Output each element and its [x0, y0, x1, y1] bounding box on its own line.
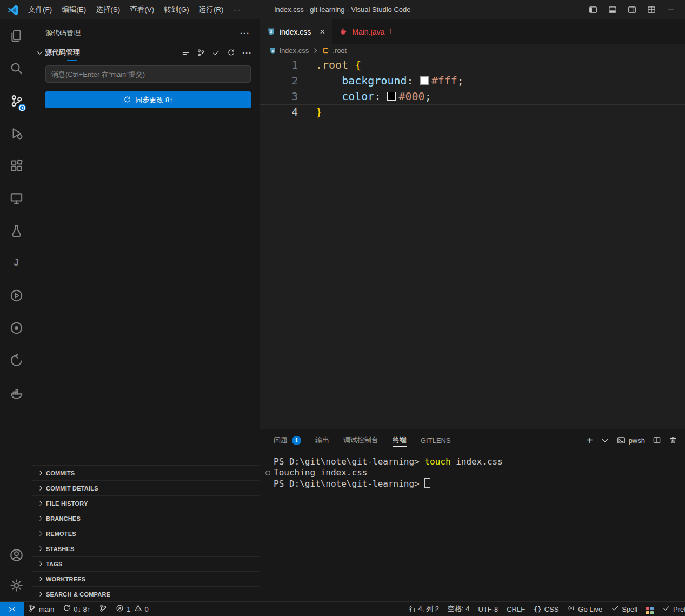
- code-editor[interactable]: 1.root {2 background: #fff;3 color: #000…: [260, 57, 685, 429]
- menu-item-6[interactable]: ···: [229, 3, 246, 17]
- panel-tab-调试控制台[interactable]: 调试控制台: [343, 429, 378, 451]
- menu-item-0[interactable]: 文件(F): [23, 3, 57, 17]
- line-number: 3: [260, 89, 298, 104]
- status-scm-graph[interactable]: [95, 602, 111, 616]
- status-problems[interactable]: 1: [111, 602, 132, 616]
- workbench: J 源代码管理 ··· 源代码管理 ···: [0, 19, 685, 601]
- status-warnings[interactable]: 0: [132, 602, 153, 616]
- section-worktrees[interactable]: WORKTREES: [32, 571, 260, 586]
- chevron-right-icon: [37, 545, 44, 552]
- section-label: WORKTREES: [46, 576, 85, 582]
- gitlens-icon[interactable]: [0, 344, 32, 376]
- search-icon[interactable]: [0, 52, 32, 84]
- customize-layout-icon[interactable]: [644, 3, 659, 17]
- chevron-right-icon: [37, 500, 44, 507]
- sync-changes-button[interactable]: 同步更改 8↑: [45, 91, 251, 108]
- section-label: COMMIT DETAILS: [46, 485, 98, 492]
- section-branches[interactable]: BRANCHES: [32, 511, 260, 526]
- code-line: 3 color: #000;: [260, 89, 685, 104]
- status-indentation[interactable]: 空格: 4: [443, 602, 474, 616]
- graph-icon[interactable]: [197, 49, 205, 57]
- status-branch[interactable]: main: [24, 602, 58, 616]
- status-spell[interactable]: Spell: [607, 602, 642, 616]
- views-more-icon[interactable]: ···: [240, 29, 250, 37]
- minimize-icon[interactable]: [663, 3, 679, 17]
- java-icon[interactable]: J: [0, 247, 32, 279]
- panel-tab-终端[interactable]: 终端: [393, 429, 407, 451]
- statusbar-left: main0↓ 8↑10: [24, 602, 153, 616]
- status-go-live[interactable]: Go Live: [563, 602, 607, 616]
- commit-icon[interactable]: [212, 49, 220, 57]
- testing-icon[interactable]: [0, 214, 32, 247]
- target-icon[interactable]: [0, 312, 32, 344]
- status-encoding[interactable]: UTF-8: [474, 602, 502, 616]
- warning-icon: [134, 604, 142, 614]
- status-cursor-position[interactable]: 行 4, 列 2: [405, 602, 443, 616]
- sync-button-label: 同步更改 8↑: [135, 95, 172, 105]
- problem-count-badge: 1: [389, 28, 393, 36]
- settings-icon[interactable]: [0, 570, 32, 600]
- extensions-icon[interactable]: [0, 149, 32, 182]
- terminal-icon: [617, 436, 626, 445]
- status-extension-colored[interactable]: [642, 602, 658, 616]
- split-terminal-icon[interactable]: [653, 436, 661, 445]
- terminal-dropdown-icon[interactable]: [601, 436, 609, 445]
- section-tags[interactable]: TAGS: [32, 556, 260, 571]
- scm-progress-bar: [67, 60, 77, 61]
- explorer-icon[interactable]: [0, 19, 32, 52]
- refresh-icon[interactable]: [227, 49, 235, 57]
- section-search-compare[interactable]: SEARCH & COMPARE: [32, 586, 260, 601]
- color-swatch[interactable]: [387, 92, 396, 101]
- kill-terminal-icon[interactable]: [669, 436, 677, 445]
- breadcrumb-symbol[interactable]: .root: [332, 47, 347, 55]
- scm-tree-area: [32, 108, 260, 465]
- account-icon[interactable]: [0, 540, 32, 570]
- terminal[interactable]: PS D:\git\note\git-learning> touch index…: [260, 451, 685, 601]
- scm-section-header[interactable]: 源代码管理 ···: [32, 44, 260, 61]
- panel-tab-GITLENS[interactable]: GITLENS: [421, 429, 451, 451]
- terminal-line: PS D:\git\note\git-learning> touch index…: [274, 456, 685, 467]
- section-stashes[interactable]: STASHES: [32, 541, 260, 556]
- run-debug-icon[interactable]: [0, 117, 32, 149]
- source-control-icon[interactable]: [0, 84, 32, 117]
- menu-item-4[interactable]: 转到(G): [159, 3, 194, 17]
- menu-item-2[interactable]: 选择(S): [91, 3, 125, 17]
- terminal-cursor: [424, 478, 430, 488]
- breadcrumb-file[interactable]: index.css: [280, 47, 309, 55]
- remote-explorer-icon[interactable]: [0, 182, 32, 214]
- status-sync-status[interactable]: 0↓ 8↑: [58, 602, 95, 616]
- status-language-mode[interactable]: {}CSS: [529, 602, 563, 616]
- status-prettier[interactable]: Prettier: [658, 602, 685, 616]
- line-number: 4: [260, 104, 298, 120]
- close-icon[interactable]: ×: [320, 27, 325, 36]
- play-circle-icon[interactable]: [0, 279, 32, 312]
- section-remotes[interactable]: REMOTES: [32, 526, 260, 541]
- docker-icon[interactable]: [0, 376, 32, 409]
- new-terminal-icon[interactable]: +: [587, 435, 593, 446]
- shell-selector[interactable]: pwsh: [617, 436, 645, 445]
- menu-item-3[interactable]: 查看(V): [125, 3, 159, 17]
- remote-indicator[interactable]: [0, 602, 24, 616]
- panel-tab-问题[interactable]: 问题1: [274, 429, 301, 451]
- status-eol[interactable]: CRLF: [502, 602, 529, 616]
- more-actions-icon[interactable]: ···: [242, 49, 252, 57]
- panel-tab-输出[interactable]: 输出: [315, 429, 329, 451]
- tab-Main.java[interactable]: Main.java1: [332, 19, 400, 44]
- editor-group: 3index.css×Main.java1 3 index.css .root …: [260, 19, 685, 601]
- commit-message-input[interactable]: [45, 65, 251, 83]
- menu-item-5[interactable]: 运行(R): [194, 3, 229, 17]
- toggle-panel-icon[interactable]: [605, 3, 620, 17]
- section-commits[interactable]: COMMITS: [32, 465, 260, 480]
- toggle-secondary-sidebar-icon[interactable]: [624, 3, 640, 17]
- section-commit-details[interactable]: COMMIT DETAILS: [32, 480, 260, 495]
- chevron-right-icon: [312, 47, 319, 54]
- color-swatch[interactable]: [420, 76, 429, 85]
- code-line: 4}: [260, 104, 685, 120]
- terminal-line: Touching index.css: [274, 467, 685, 478]
- menu-item-1[interactable]: 编辑(E): [57, 3, 91, 17]
- activitybar-bottom: [0, 540, 32, 601]
- toggle-sidebar-icon[interactable]: [586, 3, 601, 17]
- view-list-icon[interactable]: [182, 49, 190, 57]
- tab-index.css[interactable]: 3index.css×: [260, 19, 332, 44]
- section-file-history[interactable]: FILE HISTORY: [32, 495, 260, 511]
